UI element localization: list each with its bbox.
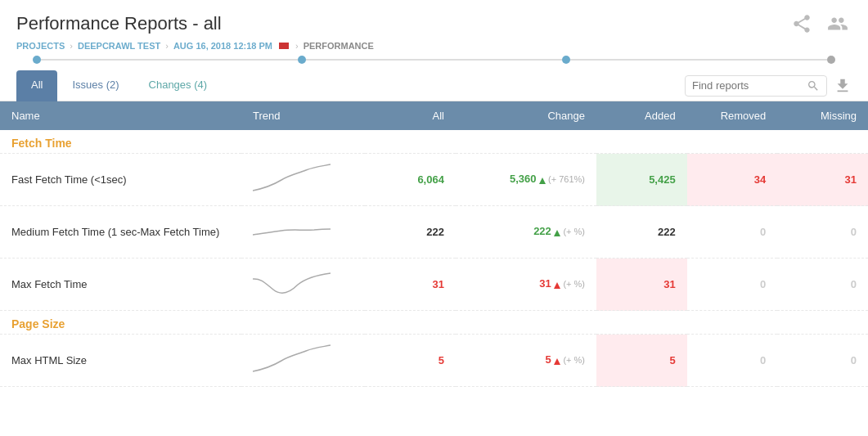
row-trend	[241, 206, 365, 258]
page-title: Performance Reports - all	[16, 13, 222, 34]
row-missing: 0	[777, 258, 868, 311]
tabs: All Issues (2) Changes (4)	[16, 70, 222, 101]
col-all: All	[365, 101, 456, 130]
svg-marker-3	[554, 358, 560, 365]
row-trend	[241, 258, 365, 311]
timeline-dot-3	[562, 56, 570, 64]
table-row: Max Fetch Time3131 (+ %)3100	[0, 258, 868, 311]
users-button[interactable]	[824, 10, 852, 38]
timeline-line-1	[41, 59, 298, 61]
tab-all[interactable]: All	[16, 70, 57, 101]
row-change: 31 (+ %)	[456, 258, 596, 311]
table-row: Fast Fetch Time (<1sec)6,0645,360 (+ 761…	[0, 154, 868, 206]
breadcrumb-current: PERFORMANCE	[304, 41, 374, 51]
section-header-row: Fetch Time	[0, 130, 868, 154]
table-wrap: Name Trend All Change Added Removed Miss…	[0, 101, 868, 436]
timeline	[0, 56, 868, 70]
search-area	[685, 75, 852, 97]
tab-changes[interactable]: Changes (4)	[134, 70, 223, 101]
timeline-line-2	[306, 59, 563, 61]
breadcrumb-date[interactable]: AUG 16, 2018 12:18 PM	[173, 41, 272, 51]
col-name: Name	[0, 101, 241, 130]
tabs-bar: All Issues (2) Changes (4)	[0, 70, 868, 101]
row-all: 6,064	[365, 154, 456, 206]
col-added: Added	[596, 101, 687, 130]
breadcrumb: PROJECTS › DEEPCRAWL TEST › AUG 16, 2018…	[0, 38, 868, 56]
breadcrumb-deepcrawl[interactable]: DEEPCRAWL TEST	[78, 41, 160, 51]
row-removed: 0	[687, 206, 778, 258]
row-added: 5,425	[596, 154, 687, 206]
row-removed: 34	[687, 154, 778, 206]
row-missing: 0	[777, 206, 868, 258]
timeline-line-3	[570, 59, 827, 61]
row-missing: 0	[777, 335, 868, 387]
row-change: 5,360 (+ 761%)	[456, 154, 596, 206]
svg-marker-2	[554, 282, 560, 289]
col-trend: Trend	[241, 101, 365, 130]
row-missing: 31	[777, 154, 868, 206]
row-removed: 0	[687, 258, 778, 311]
row-added: 222	[596, 206, 687, 258]
row-trend	[241, 335, 365, 387]
col-removed: Removed	[687, 101, 778, 130]
row-removed: 0	[687, 335, 778, 387]
timeline-dot-4	[827, 56, 835, 64]
row-all: 222	[365, 206, 456, 258]
download-button[interactable]	[834, 77, 852, 95]
tab-issues[interactable]: Issues (2)	[57, 70, 133, 101]
section-header-row: Page Size	[0, 311, 868, 335]
svg-marker-1	[554, 230, 560, 236]
row-name: Max HTML Size	[0, 335, 241, 387]
timeline-dot-1	[33, 56, 41, 64]
row-all: 5	[365, 335, 456, 387]
col-change: Change	[456, 101, 596, 130]
svg-marker-0	[539, 178, 546, 184]
row-change: 5 (+ %)	[456, 335, 596, 387]
section-label: Fetch Time	[11, 137, 72, 150]
search-input-wrap[interactable]	[685, 75, 827, 97]
breadcrumb-projects[interactable]: PROJECTS	[16, 41, 65, 51]
flag-icon	[279, 43, 289, 49]
reports-table: Name Trend All Change Added Removed Miss…	[0, 101, 868, 387]
row-name: Medium Fetch Time (1 sec-Max Fetch Time)	[0, 206, 241, 258]
row-added: 5	[596, 335, 687, 387]
row-added: 31	[596, 258, 687, 311]
section-label: Page Size	[11, 317, 65, 330]
row-name: Fast Fetch Time (<1sec)	[0, 154, 241, 206]
search-icon[interactable]	[807, 79, 820, 92]
row-trend	[241, 154, 365, 206]
share-button[interactable]	[788, 10, 816, 38]
table-row: Medium Fetch Time (1 sec-Max Fetch Time)…	[0, 206, 868, 258]
table-header-row: Name Trend All Change Added Removed Miss…	[0, 101, 868, 130]
table-row: Max HTML Size55 (+ %)500	[0, 335, 868, 387]
timeline-dot-2	[298, 56, 306, 64]
row-change: 222 (+ %)	[456, 206, 596, 258]
row-name: Max Fetch Time	[0, 258, 241, 311]
row-all: 31	[365, 258, 456, 311]
search-input[interactable]	[692, 79, 807, 92]
header-actions	[788, 10, 852, 38]
col-missing: Missing	[777, 101, 868, 130]
